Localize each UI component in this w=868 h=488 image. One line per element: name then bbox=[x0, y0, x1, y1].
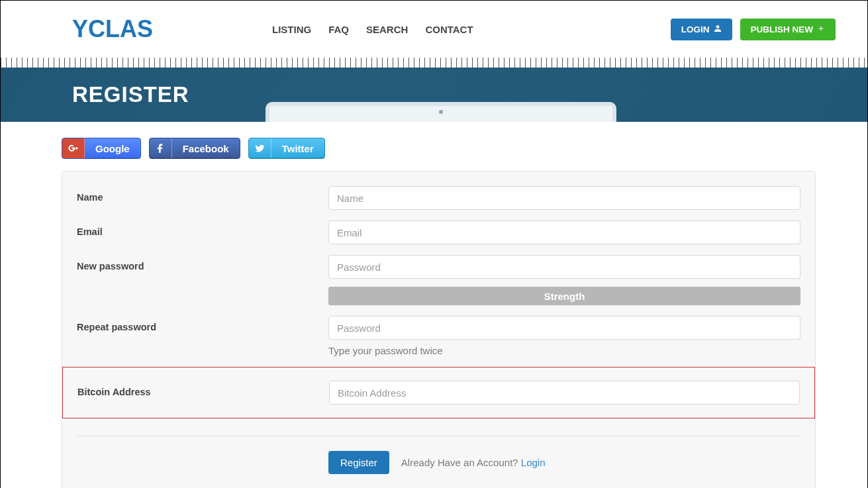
bitcoin-highlight-box: Bitcoin Address bbox=[62, 367, 815, 418]
register-form: Name Email New password Strength Repeat … bbox=[62, 171, 816, 488]
twitter-login-button[interactable]: Twitter bbox=[248, 138, 325, 159]
password-strength-bar: Strength bbox=[328, 287, 800, 305]
main-nav: LISTING FAQ SEARCH CONTACT bbox=[272, 24, 473, 35]
email-field[interactable] bbox=[328, 220, 800, 244]
login-button-label: LOGIN bbox=[681, 24, 710, 34]
row-name: Name bbox=[77, 186, 800, 210]
nav-faq[interactable]: FAQ bbox=[328, 24, 349, 35]
header-actions: LOGIN PUBLISH NEW bbox=[671, 19, 836, 40]
google-login-button[interactable]: Google bbox=[62, 138, 141, 159]
already-have-account: Already Have an Account? Login bbox=[401, 457, 546, 468]
register-button[interactable]: Register bbox=[328, 451, 389, 474]
twitter-icon bbox=[249, 138, 271, 158]
password-field[interactable] bbox=[328, 255, 800, 279]
facebook-label: Facebook bbox=[172, 143, 240, 154]
login-link[interactable]: Login bbox=[521, 457, 546, 468]
hero-laptop-decoration bbox=[265, 102, 616, 122]
facebook-icon bbox=[150, 138, 172, 158]
nav-contact[interactable]: CONTACT bbox=[425, 24, 473, 35]
hero-banner: REGISTER bbox=[1, 68, 867, 122]
google-label: Google bbox=[85, 143, 140, 154]
user-icon bbox=[714, 24, 722, 34]
label-name: Name bbox=[77, 186, 328, 203]
main-content: Google Facebook Twitter Name Email bbox=[1, 122, 867, 488]
submit-row: Register Already Have an Account? Login bbox=[328, 451, 800, 474]
twitter-label: Twitter bbox=[271, 143, 324, 154]
row-bitcoin: Bitcoin Address bbox=[77, 381, 800, 405]
name-field[interactable] bbox=[328, 186, 800, 210]
row-repeat-password: Repeat password Type your password twice bbox=[77, 316, 800, 356]
publish-new-button[interactable]: PUBLISH NEW bbox=[740, 19, 836, 40]
nav-search[interactable]: SEARCH bbox=[366, 24, 408, 35]
social-login-row: Google Facebook Twitter bbox=[62, 138, 816, 159]
label-password: New password bbox=[77, 255, 328, 271]
row-email: Email bbox=[77, 220, 800, 244]
nav-listing[interactable]: LISTING bbox=[272, 24, 311, 35]
form-divider bbox=[77, 436, 800, 436]
repeat-password-field[interactable] bbox=[328, 316, 800, 340]
top-bar: YCLAS LISTING FAQ SEARCH CONTACT LOGIN P… bbox=[1, 1, 867, 58]
login-button[interactable]: LOGIN bbox=[671, 19, 732, 40]
publish-new-label: PUBLISH NEW bbox=[751, 24, 814, 34]
bitcoin-address-field[interactable] bbox=[329, 381, 800, 405]
already-text: Already Have an Account? bbox=[401, 457, 521, 468]
google-icon bbox=[62, 138, 85, 158]
label-email: Email bbox=[77, 220, 328, 237]
label-bitcoin: Bitcoin Address bbox=[77, 381, 329, 397]
brand-logo[interactable]: YCLAS bbox=[72, 15, 153, 43]
repeat-password-help: Type your password twice bbox=[328, 345, 800, 356]
ruler-decoration bbox=[1, 58, 867, 68]
label-repeat-password: Repeat password bbox=[77, 316, 328, 332]
facebook-login-button[interactable]: Facebook bbox=[149, 138, 240, 159]
page-title: REGISTER bbox=[72, 82, 189, 107]
plus-icon bbox=[817, 24, 825, 34]
row-password: New password Strength bbox=[77, 255, 800, 305]
